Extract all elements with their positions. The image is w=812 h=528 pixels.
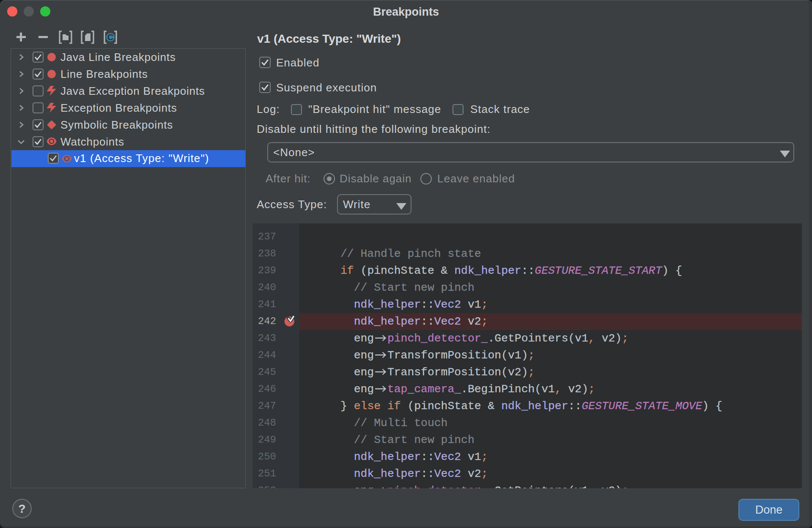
svg-text:C: C <box>107 33 113 42</box>
